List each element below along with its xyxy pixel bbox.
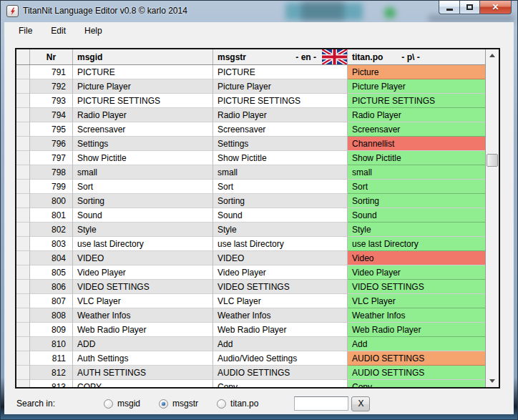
row-msgid[interactable]: Sorting xyxy=(73,194,213,208)
row-nr[interactable]: 796 xyxy=(30,137,73,151)
row-nr[interactable]: 801 xyxy=(30,208,73,223)
row-msgstr[interactable]: Add xyxy=(213,337,348,351)
row-titan[interactable]: VLC Player xyxy=(348,294,485,308)
row-msgid[interactable]: Picture Player xyxy=(73,79,213,94)
row-titan[interactable]: Add xyxy=(348,337,485,351)
table-row[interactable]: 803 use last Directory use last Director… xyxy=(16,237,485,251)
row-titan[interactable]: Web Radio Player xyxy=(348,323,485,337)
row-msgid[interactable]: Settings xyxy=(73,137,213,151)
radio-option-msgid[interactable]: msgid xyxy=(104,399,140,409)
scrollbar-thumb[interactable] xyxy=(487,154,498,167)
table-row[interactable]: 799 Sort Sort Sort xyxy=(16,180,485,194)
title-bar[interactable]: TitanNit Language Editor v0.8 © karlo 20… xyxy=(1,1,517,22)
row-nr[interactable]: 813 xyxy=(30,380,73,387)
minimize-button[interactable] xyxy=(439,1,459,14)
row-nr[interactable]: 804 xyxy=(30,251,73,265)
row-nr[interactable]: 792 xyxy=(30,79,73,94)
row-titan[interactable]: VIDEO SETTINGS xyxy=(348,280,485,294)
vertical-scrollbar[interactable] xyxy=(485,49,499,387)
row-msgid[interactable]: Sound xyxy=(73,208,213,223)
table-row[interactable]: 796 Settings Settings Channellist xyxy=(16,137,485,151)
row-msgstr[interactable]: Show Pictitle xyxy=(213,151,348,165)
radio-option-msgstr[interactable]: msgstr xyxy=(159,399,198,409)
table-row[interactable]: 808 Weather Infos Weather Infos Weather … xyxy=(16,308,485,323)
row-nr[interactable]: 812 xyxy=(30,366,73,380)
header-nr[interactable]: Nr xyxy=(30,49,73,64)
row-msgid[interactable]: small xyxy=(73,165,213,180)
row-msgstr[interactable]: Sort xyxy=(213,180,348,194)
row-nr[interactable]: 795 xyxy=(30,122,73,137)
table-row[interactable]: 804 VIDEO VIDEO Video xyxy=(16,251,485,265)
table-row[interactable]: 805 Video Player Video Player Video Play… xyxy=(16,265,485,280)
row-nr[interactable]: 794 xyxy=(30,108,73,122)
row-msgstr[interactable]: Style xyxy=(213,223,348,237)
row-titan[interactable]: Channellist xyxy=(348,137,485,151)
row-msgstr[interactable]: Weather Infos xyxy=(213,308,348,323)
row-msgstr[interactable]: Settings xyxy=(213,137,348,151)
table-row[interactable]: 794 Radio Player Radio Player Radio Play… xyxy=(16,108,485,122)
row-msgid[interactable]: Screensaver xyxy=(73,122,213,137)
row-msgid[interactable]: AUTH SETTINGS xyxy=(73,366,213,380)
row-msgid[interactable]: VIDEO SETTINGS xyxy=(73,280,213,294)
table-row[interactable]: 811 Auth Settings Audio/Video Settings A… xyxy=(16,351,485,366)
row-msgstr[interactable]: VIDEO xyxy=(213,251,348,265)
close-button[interactable]: ✕ xyxy=(479,1,512,14)
row-titan[interactable]: Radio Player xyxy=(348,108,485,122)
radio-option-titanpo[interactable]: titan.po xyxy=(217,399,258,409)
row-titan[interactable]: Copy xyxy=(348,380,485,387)
table-row[interactable]: 793 PICTURE SETTINGS PICTURE SETTINGS PI… xyxy=(16,94,485,108)
row-nr[interactable]: 791 xyxy=(30,65,73,79)
row-nr[interactable]: 807 xyxy=(30,294,73,308)
table-row[interactable]: 806 VIDEO SETTINGS VIDEO SETTINGS VIDEO … xyxy=(16,280,485,294)
row-msgstr[interactable]: Sound xyxy=(213,208,348,223)
row-msgid[interactable]: COPY xyxy=(73,380,213,387)
scroll-up-button[interactable] xyxy=(486,49,499,62)
row-titan[interactable]: Video xyxy=(348,251,485,265)
row-msgid[interactable]: Show Pictitle xyxy=(73,151,213,165)
row-msgstr[interactable]: PICTURE SETTINGS xyxy=(213,94,348,108)
menu-edit[interactable]: Edit xyxy=(44,24,73,38)
table-row[interactable]: 810 ADD Add Add xyxy=(16,337,485,351)
row-nr[interactable]: 797 xyxy=(30,151,73,165)
row-titan[interactable]: PICTURE SETTINGS xyxy=(348,94,485,108)
row-msgid[interactable]: Weather Infos xyxy=(73,308,213,323)
row-msgid[interactable]: Web Radio Player xyxy=(73,323,213,337)
row-msgstr[interactable]: VLC Player xyxy=(213,294,348,308)
row-msgid[interactable]: VLC Player xyxy=(73,294,213,308)
radio-msgid[interactable] xyxy=(104,399,113,409)
radio-msgstr[interactable] xyxy=(159,399,168,409)
radio-titanpo[interactable] xyxy=(217,399,226,409)
row-titan[interactable]: Show Pictitle xyxy=(348,151,485,165)
row-msgid[interactable]: PICTURE xyxy=(73,65,213,79)
row-msgstr[interactable]: Copy xyxy=(213,380,348,387)
header-msgstr[interactable]: msgstr - en - xyxy=(213,49,348,64)
table-row[interactable]: 795 Screensaver Screensaver Screensaver xyxy=(16,122,485,137)
row-titan[interactable]: Picture xyxy=(348,65,485,79)
row-titan[interactable]: Screensaver xyxy=(348,122,485,137)
row-msgid[interactable]: PICTURE SETTINGS xyxy=(73,94,213,108)
row-msgstr[interactable]: Radio Player xyxy=(213,108,348,122)
row-nr[interactable]: 808 xyxy=(30,308,73,323)
row-nr[interactable]: 803 xyxy=(30,237,73,251)
row-msgid[interactable]: Video Player xyxy=(73,265,213,280)
row-titan[interactable]: Style xyxy=(348,223,485,237)
table-row[interactable]: 807 VLC Player VLC Player VLC Player xyxy=(16,294,485,308)
row-nr[interactable]: 806 xyxy=(30,280,73,294)
row-msgstr[interactable]: use last Directory xyxy=(213,237,348,251)
header-titan[interactable]: titan.po - p\ - xyxy=(348,49,485,64)
row-msgid[interactable]: ADD xyxy=(73,337,213,351)
row-msgstr[interactable]: Video Player xyxy=(213,265,348,280)
row-msgid[interactable]: Sort xyxy=(73,180,213,194)
row-nr[interactable]: 810 xyxy=(30,337,73,351)
row-nr[interactable]: 802 xyxy=(30,223,73,237)
table-row[interactable]: 792 Picture Player Picture Player Pictur… xyxy=(16,79,485,94)
row-msgid[interactable]: use last Directory xyxy=(73,237,213,251)
scroll-down-button[interactable] xyxy=(486,375,499,387)
table-row[interactable]: 797 Show Pictitle Show Pictitle Show Pic… xyxy=(16,151,485,165)
search-input[interactable] xyxy=(294,396,348,411)
row-titan[interactable]: Sound xyxy=(348,208,485,223)
row-nr[interactable]: 798 xyxy=(30,165,73,180)
row-titan[interactable]: AUDIO SETTINGS xyxy=(348,366,485,380)
row-msgstr[interactable]: Web Radio Player xyxy=(213,323,348,337)
table-row[interactable]: 798 small small small xyxy=(16,165,485,180)
